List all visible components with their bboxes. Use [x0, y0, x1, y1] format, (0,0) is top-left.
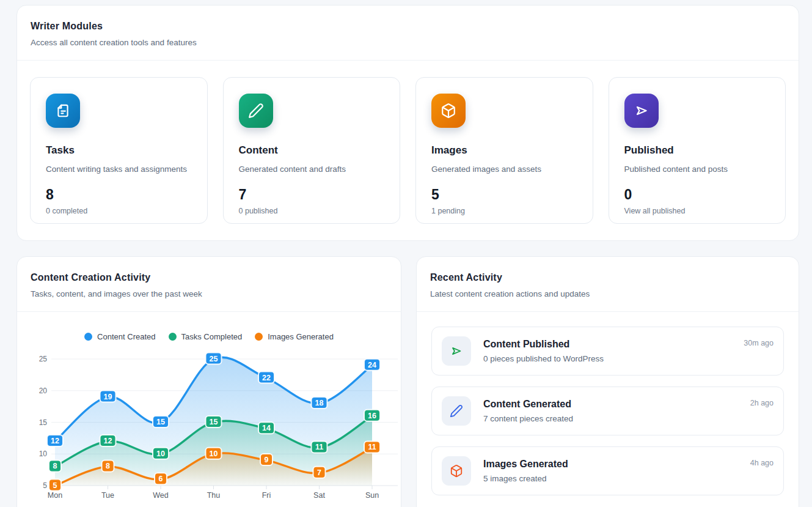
data-label-badge: 9 [260, 454, 272, 465]
activity-item-title: Images Generated [483, 459, 750, 470]
activity-item-description: 7 content pieces created [483, 414, 750, 423]
activity-line-chart: 1219152522182481210151411165861097115101… [22, 345, 401, 507]
file-icon [55, 103, 71, 119]
line-chart-svg: 1219152522182481210151411165861097115101… [22, 345, 401, 505]
module-tile [239, 94, 273, 128]
data-label-badge: 15 [206, 416, 222, 427]
data-label-badge: 19 [100, 391, 116, 402]
svg-text:8: 8 [106, 462, 110, 470]
svg-text:Sun: Sun [365, 491, 379, 500]
module-card-title: Published [624, 144, 770, 157]
svg-text:Fri: Fri [262, 491, 271, 500]
activity-item-title: Content Published [483, 339, 744, 350]
module-card-sublabel: 0 completed [46, 207, 192, 215]
activity-item-1[interactable]: Content Generated7 content pieces create… [431, 387, 784, 435]
activity-item-body: Content Published0 pieces published to W… [483, 339, 744, 363]
recent-activity-title: Recent Activity [430, 272, 785, 283]
module-card-title: Tasks [46, 144, 192, 157]
module-card-description: Published content and posts [624, 165, 770, 174]
data-label-badge: 14 [258, 422, 274, 434]
module-card-content[interactable]: ContentGenerated content and drafts70 pu… [223, 77, 401, 224]
activity-item-timestamp: 2h ago [750, 399, 774, 407]
data-label-badge: 7 [313, 467, 326, 478]
module-card-count: 7 [239, 187, 385, 203]
data-label-badge: 22 [258, 372, 274, 383]
content-activity-panel: Content Creation Activity Tasks, content… [16, 256, 401, 507]
svg-text:12: 12 [104, 437, 112, 445]
cube-icon [450, 464, 463, 478]
pencil-icon [248, 103, 264, 119]
pencil-icon [450, 404, 463, 418]
module-cards-grid: TasksContent writing tasks and assignmen… [17, 61, 799, 240]
svg-text:8: 8 [53, 462, 57, 470]
activity-item-body: Images Generated5 images created [483, 459, 750, 483]
writer-modules-panel: Writer Modules Access all content creati… [16, 5, 799, 241]
legend-dot [255, 333, 263, 341]
data-label-badge: 12 [47, 435, 63, 446]
svg-text:6: 6 [159, 475, 163, 483]
data-label-badge: 10 [206, 448, 222, 459]
svg-text:12: 12 [51, 437, 59, 445]
writer-modules-subtitle: Access all content creation tools and fe… [31, 38, 785, 47]
recent-activity-header: Recent Activity Latest content creation … [417, 257, 799, 312]
module-card-title: Images [431, 144, 577, 157]
data-label-badge: 11 [312, 441, 327, 453]
activity-item-description: 0 pieces published to WordPress [483, 354, 744, 363]
lower-row: Content Creation Activity Tasks, content… [16, 256, 800, 507]
legend-item-1[interactable]: Tasks Completed [169, 332, 243, 341]
data-label-badge: 6 [155, 473, 167, 484]
module-tile [624, 94, 659, 128]
module-card-description: Content writing tasks and assignments [46, 165, 192, 174]
module-card-sublabel: 0 published [239, 207, 385, 215]
activity-item-0[interactable]: Content Published0 pieces published to W… [431, 327, 784, 376]
svg-text:22: 22 [262, 374, 271, 382]
activity-item-timestamp: 30m ago [744, 339, 774, 347]
module-card-count: 8 [46, 187, 192, 203]
svg-text:10: 10 [210, 450, 218, 458]
content-activity-header: Content Creation Activity Tasks, content… [17, 257, 401, 312]
module-card-published[interactable]: PublishedPublished content and posts0Vie… [609, 77, 786, 224]
legend-label: Tasks Completed [181, 332, 243, 341]
cube-icon [441, 103, 456, 119]
svg-text:9: 9 [265, 456, 269, 464]
svg-text:24: 24 [368, 361, 376, 369]
recent-activity-list: Content Published0 pieces published to W… [417, 312, 799, 507]
data-label-badge: 12 [100, 435, 116, 446]
data-label-badge: 8 [49, 460, 61, 472]
content-activity-subtitle: Tasks, content, and images over the past… [31, 289, 387, 298]
svg-text:25: 25 [39, 355, 48, 363]
recent-activity-panel: Recent Activity Latest content creation … [416, 256, 799, 507]
svg-text:10: 10 [39, 450, 48, 458]
activity-item-title: Content Generated [483, 399, 750, 410]
activity-item-timestamp: 4h ago [750, 459, 774, 467]
legend-item-2[interactable]: Images Generated [255, 332, 334, 341]
legend-dot [84, 333, 92, 341]
activity-item-body: Content Generated7 content pieces create… [483, 399, 750, 423]
legend-item-0[interactable]: Content Created [84, 332, 155, 341]
svg-text:19: 19 [104, 393, 112, 401]
svg-text:20: 20 [39, 387, 48, 395]
svg-text:10: 10 [156, 450, 165, 458]
activity-item-2[interactable]: Images Generated5 images created4h ago [431, 446, 784, 495]
chart-legend: Content CreatedTasks CompletedImages Gen… [17, 332, 401, 341]
svg-text:Mon: Mon [48, 491, 62, 500]
legend-label: Content Created [97, 332, 155, 341]
data-label-badge: 10 [153, 448, 169, 459]
module-card-images[interactable]: ImagesGenerated images and assets51 pend… [415, 77, 593, 224]
legend-dot [169, 333, 177, 341]
module-card-sublabel: View all published [624, 207, 770, 215]
writer-modules-title: Writer Modules [31, 21, 785, 32]
svg-text:14: 14 [262, 424, 271, 432]
svg-text:15: 15 [156, 418, 165, 426]
send-icon [450, 344, 463, 358]
legend-label: Images Generated [268, 332, 334, 341]
module-card-tasks[interactable]: TasksContent writing tasks and assignmen… [30, 77, 208, 224]
svg-text:Thu: Thu [207, 491, 221, 500]
data-label-badge: 5 [49, 479, 61, 491]
data-label-badge: 16 [364, 410, 380, 421]
activity-item-description: 5 images created [483, 474, 750, 483]
svg-text:11: 11 [315, 443, 323, 451]
svg-text:5: 5 [53, 481, 57, 490]
module-card-sublabel: 1 pending [431, 207, 577, 215]
data-label-badge: 15 [153, 416, 169, 427]
